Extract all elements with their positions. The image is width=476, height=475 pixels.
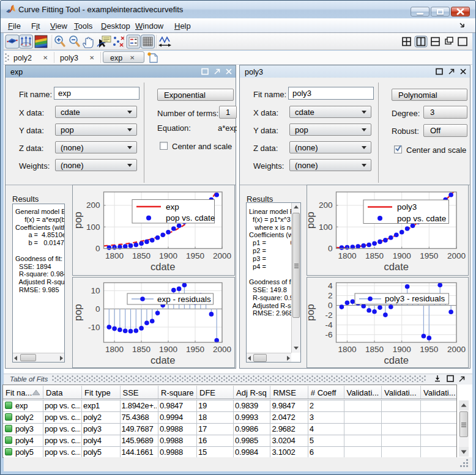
- svg-text:1900: 1900: [158, 251, 177, 260]
- svg-text:pop vs. cdate: pop vs. cdate: [397, 214, 446, 223]
- svg-text:1850: 1850: [365, 345, 383, 354]
- svg-text:100: 100: [86, 223, 100, 232]
- svg-text:2: 2: [327, 291, 332, 300]
- svg-text:1800: 1800: [105, 345, 124, 354]
- svg-text:pop: pop: [307, 212, 316, 229]
- svg-text:1800: 1800: [105, 251, 124, 260]
- svg-text:pop vs. cdate: pop vs. cdate: [166, 213, 215, 223]
- svg-text:poly3: poly3: [397, 202, 417, 212]
- svg-text:1950: 1950: [420, 251, 438, 260]
- svg-text:exp - residuals: exp - residuals: [157, 294, 211, 303]
- svg-text:1950: 1950: [185, 345, 204, 354]
- svg-text:1850: 1850: [132, 345, 151, 354]
- svg-text:2000: 2000: [212, 345, 231, 354]
- svg-text:2000: 2000: [447, 251, 465, 260]
- svg-text:1900: 1900: [158, 345, 177, 354]
- svg-text:pop: pop: [307, 304, 316, 321]
- svg-text:1850: 1850: [365, 251, 383, 260]
- svg-text:1800: 1800: [338, 345, 356, 354]
- svg-text:-2: -2: [325, 311, 332, 320]
- svg-text:0: 0: [95, 244, 100, 253]
- svg-text:poly3 - residuals: poly3 - residuals: [385, 294, 445, 303]
- svg-text:0: 0: [327, 244, 332, 253]
- svg-text:-10: -10: [87, 322, 100, 331]
- svg-text:200: 200: [86, 201, 100, 210]
- svg-text:200: 200: [318, 201, 332, 210]
- svg-text:-6: -6: [325, 330, 332, 339]
- svg-text:cdate: cdate: [384, 355, 408, 366]
- svg-text:-4: -4: [325, 320, 332, 330]
- svg-text:2000: 2000: [447, 345, 465, 354]
- svg-text:1900: 1900: [392, 345, 411, 354]
- svg-text:cdate: cdate: [151, 261, 175, 272]
- svg-text:1950: 1950: [420, 345, 438, 354]
- svg-text:1800: 1800: [338, 251, 356, 260]
- svg-text:cdate: cdate: [384, 261, 408, 272]
- svg-text:pop: pop: [72, 212, 83, 229]
- svg-text:2000: 2000: [212, 251, 231, 260]
- svg-text:0: 0: [95, 304, 100, 313]
- svg-text:10: 10: [91, 286, 100, 295]
- svg-text:pop: pop: [72, 304, 83, 321]
- svg-text:exp: exp: [166, 202, 179, 212]
- svg-text:1950: 1950: [185, 251, 204, 260]
- svg-text:100: 100: [318, 223, 332, 232]
- svg-text:4: 4: [327, 281, 332, 290]
- svg-text:1850: 1850: [132, 251, 151, 260]
- svg-text:0: 0: [327, 301, 332, 310]
- svg-text:cdate: cdate: [151, 355, 175, 366]
- svg-text:1900: 1900: [392, 251, 411, 260]
